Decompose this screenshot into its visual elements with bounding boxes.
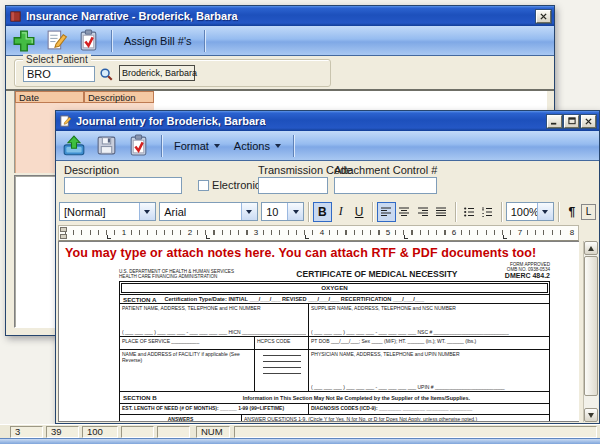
combo-dropdown-button[interactable] — [287, 203, 303, 220]
align-right-icon — [418, 207, 429, 217]
cmn-physician-phone-line: ( ___ ___ ___ ) ___ ___ ___ - ___ ___ __… — [311, 384, 547, 390]
arrow-down-icon — [588, 413, 594, 418]
minimize-icon — [551, 118, 558, 125]
arrow-up-icon — [588, 246, 594, 251]
paragraph-marks-button[interactable]: ¶ — [563, 202, 581, 222]
status-panel-page: 3 — [10, 426, 43, 438]
ruler: 1 2 3 4 5 6 7 8 — [58, 225, 579, 241]
cmn-answers-label: ANSWERS — [120, 415, 241, 422]
transmission-code-input[interactable] — [258, 177, 328, 194]
tab-stop-marker — [107, 235, 111, 239]
minimize-button[interactable] — [547, 115, 562, 128]
status-panel-blank — [157, 426, 190, 438]
ruler-number: 4 — [317, 228, 327, 237]
chevron-down-icon — [275, 144, 281, 148]
journal-titlebar[interactable]: Journal entry for Broderick, Barbara — [56, 111, 599, 131]
import-file-button[interactable] — [60, 132, 88, 159]
scroll-down-button[interactable] — [584, 408, 598, 422]
page-layout-button[interactable]: L — [581, 204, 596, 220]
status-bar: 3 39 100 % NUM — [0, 424, 600, 438]
status-panel-zoom: 100 % — [82, 426, 118, 438]
cmn-place-of-service: PLACE OF SERVICE __________ — [120, 337, 254, 349]
cmn-section-b-label: SECTION B — [123, 394, 157, 401]
cmn-supplier-phone-line: ( ___ ___ ___ ) ___ ___ ___ - ___ ___ __… — [311, 329, 547, 335]
ruler-number: 6 — [449, 228, 459, 237]
journal-fields-panel: Description Electronic Transmission Code… — [56, 161, 599, 198]
align-left-button[interactable] — [377, 202, 395, 222]
left-indent-marker[interactable] — [60, 234, 67, 239]
combo-dropdown-button[interactable] — [139, 203, 155, 220]
grid-column-description[interactable]: Description — [84, 91, 154, 103]
font-size-combo[interactable]: 10 — [261, 202, 304, 221]
align-right-button[interactable] — [414, 202, 432, 222]
scroll-up-button[interactable] — [584, 241, 598, 255]
grid-column-date[interactable]: Date — [15, 91, 84, 103]
cmn-section-a-label: SECTION A — [123, 296, 156, 303]
add-narrative-button[interactable] — [10, 27, 38, 54]
toolbar-separator — [111, 30, 112, 52]
search-icon — [99, 67, 114, 82]
bold-button[interactable]: B — [313, 202, 331, 222]
close-button[interactable] — [536, 10, 551, 23]
font-size-value: 10 — [266, 206, 278, 218]
tab-stop-marker — [404, 235, 408, 239]
insurance-titlebar[interactable]: Insurance Narrative - Broderick, Barbara — [6, 6, 554, 26]
cmn-hcpcs-label: HCPCS CODE — [254, 337, 308, 349]
cmn-patient-phone-line: ( ___ ___ ___ ) ___ ___ ___ - ___ ___ __… — [122, 329, 306, 335]
attachment-control-input[interactable] — [334, 177, 437, 194]
zoom-combo[interactable]: 100% — [506, 202, 554, 221]
patient-search-input[interactable] — [23, 66, 95, 82]
cmn-form: U.S. DEPARTMENT OF HEALTH & HUMAN SERVIC… — [119, 262, 550, 422]
formatting-toolbar: [Normal] Arial 10 B I U — [56, 198, 599, 225]
patient-search-button[interactable] — [97, 66, 115, 82]
electronic-checkbox-field[interactable]: Electronic — [198, 179, 260, 191]
insurance-toolbar: Assign Bill #'s — [6, 26, 554, 56]
toolbar-separator — [558, 202, 559, 222]
toolbar-separator — [161, 135, 162, 157]
journal-window-icon — [59, 115, 72, 128]
close-button[interactable] — [581, 115, 596, 128]
maximize-button[interactable] — [564, 115, 579, 128]
chevron-down-icon — [542, 210, 548, 214]
tab-stop-marker — [305, 235, 309, 239]
underline-button[interactable]: U — [350, 202, 368, 222]
format-menu-button[interactable]: Format — [167, 134, 227, 158]
cmn-facility-label: NAME and ADDRESS of FACILITY if applicab… — [120, 350, 254, 391]
cmn-supplier-label: SUPPLIER NAME, ADDRESS, TELEPHONE and NS… — [311, 305, 547, 311]
journal-toolbar: Format Actions — [56, 131, 599, 161]
align-center-icon — [399, 207, 410, 217]
insurance-window-title: Insurance Narrative - Broderick, Barbara — [26, 10, 238, 22]
actions-menu-button[interactable]: Actions — [227, 134, 288, 158]
font-family-combo[interactable]: Arial — [159, 202, 257, 221]
status-panel-line: 39 — [46, 426, 79, 438]
select-patient-label: Select Patient — [23, 54, 91, 65]
edit-narrative-button[interactable] — [42, 27, 70, 54]
combo-dropdown-button[interactable] — [241, 203, 257, 220]
select-patient-panel: Select Patient Broderick, Barbara — [6, 56, 554, 89]
first-line-indent-marker[interactable] — [60, 227, 67, 232]
paragraph-style-combo[interactable]: [Normal] — [59, 202, 156, 221]
tab-stop-marker — [503, 235, 507, 239]
vertical-scrollbar[interactable] — [583, 241, 598, 422]
justify-button[interactable] — [433, 202, 451, 222]
cmn-approval-block: FORM APPROVED OMB NO. 0938-0534 DMERC 48… — [505, 262, 550, 279]
cmn-physician-label: PHYSICIAN NAME, ADDRESS, TELEPHONE and U… — [311, 351, 547, 357]
cmn-product-header: OXYGEN — [121, 283, 548, 293]
verify-narrative-button[interactable] — [74, 27, 102, 54]
assign-bill-button[interactable]: Assign Bill #'s — [117, 29, 199, 53]
italic-button[interactable]: I — [332, 202, 350, 222]
description-input[interactable] — [64, 177, 182, 194]
electronic-checkbox[interactable] — [198, 180, 209, 191]
cmn-agency-block: U.S. DEPARTMENT OF HEALTH & HUMAN SERVIC… — [119, 269, 249, 279]
document-editing-area[interactable]: You may type or attach notes here. You c… — [58, 241, 579, 422]
post-entry-button[interactable] — [124, 132, 152, 159]
bullet-list-button[interactable] — [460, 202, 478, 222]
zoom-value: 100% — [511, 206, 539, 218]
scrollbar-thumb[interactable] — [584, 256, 598, 396]
save-button[interactable] — [92, 132, 120, 159]
journal-window-title: Journal entry for Broderick, Barbara — [76, 115, 266, 127]
combo-dropdown-button[interactable] — [537, 203, 553, 220]
align-center-button[interactable] — [396, 202, 414, 222]
numbered-list-button[interactable] — [478, 202, 496, 222]
cmn-section-b-text: Information in This Section May Not Be C… — [167, 395, 546, 401]
